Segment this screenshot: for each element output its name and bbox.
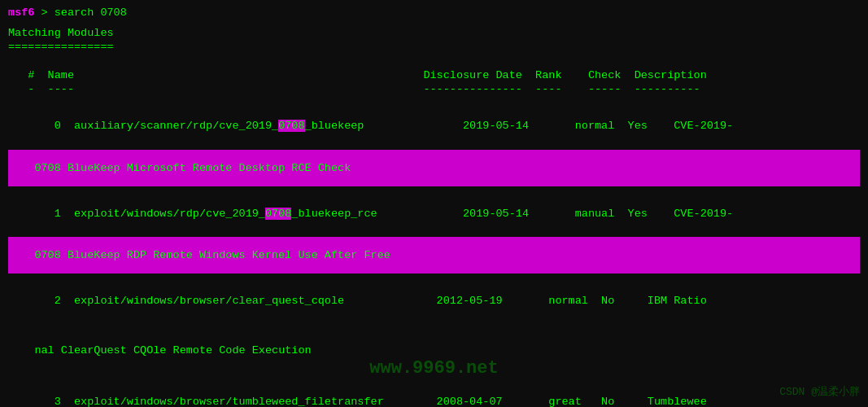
terminal-window: msf6 > search 0708 Matching Modules ====… [8,7,860,407]
table-row: 0 auxiliary/scanner/rdp/cve_2019_0708_bl… [8,103,860,150]
table-row-highlight-1: 0708 BlueKeep RDP Remote Windows Kernel … [8,237,860,274]
row-1-suffix: _bluekeep_rce 2019-05-14 manual Yes CVE-… [291,208,733,220]
row-0-prefix: 0 auxiliary/scanner/rdp/cve_2019_ [34,120,278,132]
table-row: 3 exploit/windows/browser/tumbleweed_fil… [8,379,860,407]
table-row: 2 exploit/windows/browser/clear_quest_cq… [8,278,860,325]
table-header: # Name Disclosure Date Rank Check Descri… [8,69,860,81]
separator: ================ [8,41,860,53]
row-1-highlight: 0708 [265,208,291,220]
row-1-prefix: 1 exploit/windows/rdp/cve_2019_ [34,208,265,220]
table-divider: - ---- --------------- ---- ----- ------… [8,83,860,95]
table-row: 1 exploit/windows/rdp/cve_2019_0708_blue… [8,191,860,238]
prompt-command: > search 0708 [34,7,126,19]
section-title: Matching Modules [8,27,860,39]
prompt-prefix: msf6 [8,7,34,19]
row-0-highlight: 0708 [278,120,304,132]
table-row-highlight-0: 0708 BlueKeep Microsoft Remote Desktop R… [8,150,860,186]
row-0-suffix: _bluekeep 2019-05-14 normal Yes CVE-2019… [305,120,734,132]
table-row-2-desc: nal ClearQuest CQOle Remote Code Executi… [8,328,860,374]
prompt-line: msf6 > search 0708 [8,7,860,19]
